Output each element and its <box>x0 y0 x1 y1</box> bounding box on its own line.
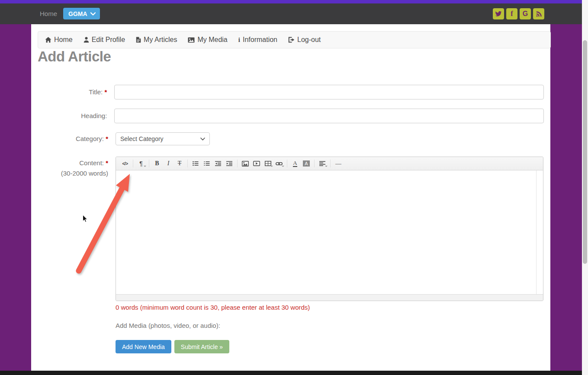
toolbar-separator <box>287 160 287 167</box>
strikethrough-button[interactable]: T <box>174 159 185 168</box>
scrollbar-thumb[interactable] <box>583 40 587 264</box>
top-accent-strip <box>0 0 582 3</box>
topbar-home-link[interactable]: Home <box>40 3 57 24</box>
home-icon <box>45 37 51 43</box>
link-icon <box>276 162 283 166</box>
submit-article-button[interactable]: Submit Article » <box>174 340 229 353</box>
outdent-button[interactable] <box>212 159 224 168</box>
menu-item-label: My Articles <box>144 36 177 44</box>
category-label: Category: * <box>38 132 108 145</box>
user-icon <box>84 37 89 43</box>
menu-item-home[interactable]: Home <box>45 36 73 44</box>
top-navigation-bar: Home GGMA f G <box>0 3 582 24</box>
unordered-list-button[interactable] <box>190 159 201 168</box>
toolbar-separator <box>330 160 331 167</box>
font-color-button[interactable]: A <box>289 159 301 168</box>
word-count-warning: 0 words (minimum word count is 30, pleas… <box>116 304 544 311</box>
menu-item-my-media[interactable]: My Media <box>188 36 227 44</box>
menu-item-edit-profile[interactable]: Edit Profile <box>84 36 125 44</box>
menu-item-label: Edit Profile <box>92 36 125 44</box>
google-icon[interactable]: G <box>520 8 531 19</box>
picture-icon <box>242 161 249 167</box>
twitter-icon[interactable] <box>493 8 504 19</box>
caret-down-icon <box>144 166 146 167</box>
menu-item-my-articles[interactable]: My Articles <box>136 36 177 44</box>
unordered-list-icon <box>193 161 199 166</box>
editor-toolbar: </> ¶ B <box>116 157 543 170</box>
image-icon <box>188 37 195 43</box>
heading-label: Heading: <box>38 109 107 123</box>
insert-video-button[interactable] <box>251 159 262 168</box>
caret-down-icon <box>270 166 273 167</box>
align-left-icon <box>319 161 325 166</box>
paragraph-align-button[interactable] <box>317 159 328 168</box>
insert-table-button[interactable] <box>262 159 273 168</box>
outdent-icon <box>215 161 221 166</box>
editor-content-area[interactable] <box>116 170 543 294</box>
toolbar-separator <box>149 160 149 167</box>
editor-editable-region[interactable] <box>116 170 537 294</box>
menu-item-log-out[interactable]: Log-out <box>288 36 321 44</box>
horizontal-rule-button[interactable]: — <box>333 159 344 168</box>
page: Home GGMA f G <box>0 0 588 375</box>
mouse-cursor <box>82 215 88 223</box>
chevron-down-icon <box>90 12 96 16</box>
footer-bar <box>0 371 582 375</box>
brand-dropdown-button[interactable]: GGMA <box>63 8 100 19</box>
bold-button[interactable]: B <box>151 159 163 168</box>
red-arrow-annotation <box>69 168 143 280</box>
caret-down-icon <box>325 166 328 167</box>
rich-text-editor: </> ¶ B <box>116 157 543 301</box>
toolbar-separator <box>237 160 238 167</box>
italic-button[interactable]: I <box>163 159 174 168</box>
add-media-label: Add Media (photos, video, or audio): <box>116 322 544 329</box>
menu-item-label: Log-out <box>297 36 321 44</box>
page-title: Add Article <box>38 48 111 65</box>
toolbar-separator <box>133 160 133 167</box>
title-label: Title: * <box>38 85 107 99</box>
heading-input[interactable] <box>114 109 544 123</box>
indent-icon <box>226 161 232 166</box>
ordered-list-button[interactable] <box>201 159 212 168</box>
document-icon <box>136 37 141 43</box>
category-select[interactable]: Select Category <box>116 132 210 145</box>
toolbar-separator <box>187 160 188 167</box>
required-marker: * <box>106 159 108 167</box>
ordered-list-icon <box>204 161 210 166</box>
caret-down-icon <box>282 166 284 167</box>
chevron-down-icon <box>200 138 205 141</box>
menu-item-label: Home <box>54 36 73 44</box>
required-marker: * <box>106 135 108 142</box>
user-menu: Home Edit Profile My Articles <box>38 31 551 48</box>
required-marker: * <box>104 88 107 96</box>
social-links: f G <box>493 8 544 19</box>
indent-button[interactable] <box>224 159 235 168</box>
title-input[interactable] <box>114 85 544 99</box>
highlight-color-button[interactable]: A <box>301 159 312 168</box>
code-view-button[interactable]: </> <box>119 159 131 168</box>
paragraph-style-button[interactable]: ¶ <box>135 159 147 168</box>
toolbar-separator <box>314 160 315 167</box>
form-actions: Add New Media Submit Article » <box>116 340 544 353</box>
menu-item-information[interactable]: i Information <box>238 36 277 44</box>
rss-icon[interactable] <box>533 8 544 19</box>
insert-link-button[interactable] <box>273 159 285 168</box>
facebook-icon[interactable]: f <box>506 8 517 19</box>
insert-picture-button[interactable] <box>240 159 251 168</box>
video-icon <box>253 161 260 166</box>
editor-resize-handle[interactable] <box>116 294 543 301</box>
add-new-media-button[interactable]: Add New Media <box>116 340 171 353</box>
menu-item-label: Information <box>243 36 277 44</box>
scrollbar[interactable] <box>582 0 588 375</box>
category-select-value: Select Category <box>120 135 164 142</box>
logout-icon <box>288 37 295 43</box>
brand-label: GGMA <box>68 10 87 17</box>
menu-item-label: My Media <box>197 36 227 44</box>
info-icon: i <box>238 36 240 44</box>
